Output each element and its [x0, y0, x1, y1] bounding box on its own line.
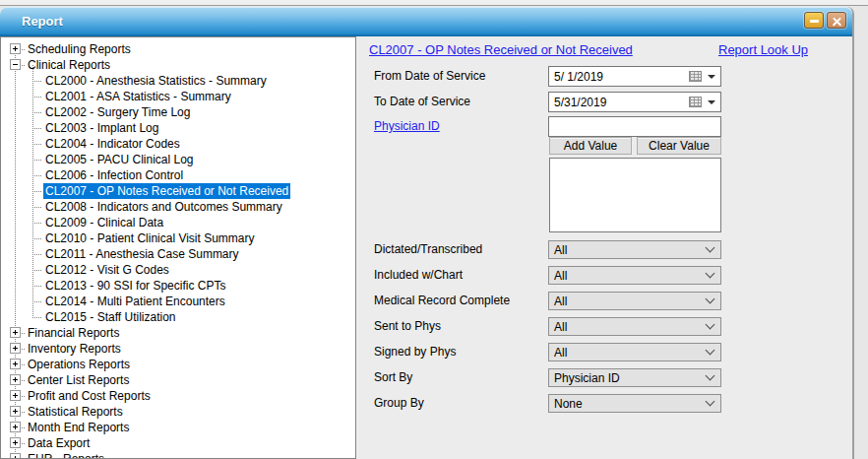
- tree-item[interactable]: CL2007 - OP Notes Received or Not Receiv…: [1, 183, 355, 199]
- tree-item-label[interactable]: EHR - Reports: [26, 451, 106, 459]
- filter-dropdown[interactable]: Physician ID: [548, 368, 721, 387]
- tree-item-label[interactable]: CL2004 - Indicator Codes: [43, 136, 182, 152]
- filter-row: Medical Record Complete All: [356, 292, 852, 310]
- chevron-down-icon: [706, 295, 715, 304]
- tree-item-label[interactable]: CL2002 - Surgery Time Log: [43, 104, 192, 120]
- filter-label: Dictated/Transcribed: [374, 240, 482, 259]
- report-tree[interactable]: Scheduling Reports Clinical Reports CL20…: [0, 36, 356, 459]
- physician-id-input[interactable]: [548, 116, 721, 137]
- tree-expand-toggle-icon[interactable]: [10, 359, 21, 369]
- tree-item[interactable]: CL2009 - Clinical Data: [1, 215, 355, 230]
- add-value-button[interactable]: Add Value: [549, 137, 632, 155]
- outer-background-strip: [0, 0, 868, 6]
- filter-row: Included w/Chart All: [356, 266, 852, 285]
- dropdown-arrow-icon[interactable]: [708, 100, 715, 104]
- tree-item-label[interactable]: CL2009 - Clinical Data: [43, 215, 165, 230]
- tree-item[interactable]: CL2010 - Patient Clinical Visit Summary: [1, 230, 355, 246]
- chevron-down-icon: [706, 371, 715, 381]
- filter-dropdown[interactable]: All: [548, 343, 721, 361]
- tree-expand-toggle-icon[interactable]: [10, 59, 21, 70]
- tree-item[interactable]: Scheduling Reports: [1, 41, 355, 57]
- tree-item-label[interactable]: Operations Reports: [26, 357, 132, 372]
- tree-item[interactable]: CL2013 - 90 SSI for Specific CPTs: [1, 278, 355, 294]
- from-date-picker[interactable]: 5/ 1/2019: [548, 66, 721, 87]
- tree-expand-toggle-icon[interactable]: [10, 406, 21, 417]
- tree-item[interactable]: CL2003 - Implant Log: [1, 120, 355, 136]
- tree-item[interactable]: EHR - Reports: [1, 451, 355, 459]
- tree-item[interactable]: CL2004 - Indicator Codes: [1, 136, 355, 152]
- tree-item[interactable]: Inventory Reports: [1, 341, 355, 357]
- tree-item[interactable]: CL2014 - Multi Patient Encounters: [1, 294, 355, 309]
- tree-item-label[interactable]: Statistical Reports: [26, 404, 125, 420]
- calendar-icon[interactable]: [689, 97, 702, 107]
- tree-item[interactable]: Profit and Cost Reports: [1, 388, 355, 404]
- tree-item[interactable]: Statistical Reports: [1, 404, 355, 420]
- tree-expand-toggle-icon[interactable]: [10, 374, 21, 385]
- tree-item-label[interactable]: Scheduling Reports: [26, 41, 133, 57]
- filter-dropdown[interactable]: All: [548, 266, 721, 285]
- tree-expand-toggle-icon[interactable]: [10, 453, 21, 459]
- filter-dropdown[interactable]: All: [548, 292, 721, 310]
- tree-item-label[interactable]: Month End Reports: [26, 420, 131, 435]
- tree-item-label[interactable]: CL2015 - Staff Utilization: [43, 309, 178, 325]
- close-icon: [832, 16, 842, 27]
- to-date-picker[interactable]: 5/31/2019: [548, 92, 721, 112]
- tree-item[interactable]: Data Export: [1, 435, 355, 451]
- tree-item[interactable]: Center List Reports: [1, 372, 355, 388]
- tree-item[interactable]: CL2005 - PACU Clinical Log: [1, 152, 355, 167]
- tree-item-label[interactable]: CL2011 - Anesthesia Case Summary: [43, 246, 241, 262]
- tree-item-label[interactable]: Clinical Reports: [26, 57, 112, 73]
- report-lookup-link[interactable]: Report Look Up: [718, 42, 808, 57]
- tree-item[interactable]: CL2002 - Surgery Time Log: [1, 104, 355, 120]
- tree-item[interactable]: Financial Reports: [1, 325, 355, 341]
- tree-item-label[interactable]: CL2003 - Implant Log: [43, 120, 160, 136]
- close-button[interactable]: [827, 12, 846, 29]
- filter-dropdown-value: All: [554, 320, 567, 334]
- tree-item-label[interactable]: CL2006 - Infection Control: [43, 167, 185, 183]
- tree-item-label[interactable]: Inventory Reports: [26, 341, 123, 357]
- tree-expand-toggle-icon[interactable]: [10, 422, 21, 432]
- tree-item-label[interactable]: CL2007 - OP Notes Received or Not Receiv…: [43, 183, 290, 199]
- filter-dropdown-value: Physician ID: [554, 371, 620, 385]
- tree-item-label[interactable]: CL2008 - Indicators and Outcomes Summary: [43, 199, 284, 215]
- physician-id-listbox[interactable]: [549, 158, 721, 232]
- to-date-value[interactable]: 5/31/2019: [554, 96, 689, 109]
- tree-item[interactable]: Clinical Reports: [1, 57, 355, 73]
- tree-expand-toggle-icon[interactable]: [10, 327, 21, 338]
- tree-item[interactable]: CL2006 - Infection Control: [1, 167, 355, 183]
- tree-item-label[interactable]: CL2005 - PACU Clinical Log: [43, 152, 196, 167]
- tree-item-label[interactable]: Data Export: [26, 435, 92, 451]
- minimize-button[interactable]: [804, 12, 824, 29]
- tree-item-label[interactable]: Profit and Cost Reports: [26, 388, 153, 404]
- tree-item[interactable]: CL2001 - ASA Statistics - Summary: [1, 89, 355, 104]
- filter-dropdown[interactable]: None: [548, 394, 721, 413]
- dropdown-arrow-icon[interactable]: [708, 75, 715, 79]
- physician-id-link[interactable]: Physician ID: [374, 116, 440, 137]
- tree-item[interactable]: CL2008 - Indicators and Outcomes Summary: [1, 199, 355, 215]
- filter-dropdown[interactable]: All: [548, 317, 721, 336]
- from-date-value[interactable]: 5/ 1/2019: [554, 70, 689, 84]
- tree-item-label[interactable]: Financial Reports: [26, 325, 121, 341]
- tree-item[interactable]: Month End Reports: [1, 420, 355, 435]
- tree-item-label[interactable]: CL2013 - 90 SSI for Specific CPTs: [43, 278, 227, 294]
- filter-dropdown[interactable]: All: [548, 240, 721, 259]
- tree-item[interactable]: CL2012 - Visit G Codes: [1, 262, 355, 278]
- clear-value-button[interactable]: Clear Value: [637, 137, 721, 155]
- tree-item[interactable]: CL2011 - Anesthesia Case Summary: [1, 246, 355, 262]
- tree-expand-toggle-icon[interactable]: [10, 343, 21, 354]
- tree-item-label[interactable]: CL2014 - Multi Patient Encounters: [43, 294, 227, 309]
- window-title-bar[interactable]: Report: [0, 7, 852, 36]
- tree-item-label[interactable]: Center List Reports: [26, 372, 131, 388]
- tree-expand-toggle-icon[interactable]: [10, 390, 21, 401]
- tree-item[interactable]: CL2000 - Anesthesia Statistics - Summary: [1, 73, 355, 89]
- tree-item[interactable]: Operations Reports: [1, 357, 355, 372]
- report-title-link[interactable]: CL2007 - OP Notes Received or Not Receiv…: [369, 42, 633, 57]
- tree-expand-toggle-icon[interactable]: [10, 43, 21, 54]
- tree-item-label[interactable]: CL2000 - Anesthesia Statistics - Summary: [43, 73, 269, 89]
- calendar-icon[interactable]: [689, 71, 702, 82]
- tree-item-label[interactable]: CL2001 - ASA Statistics - Summary: [43, 89, 233, 104]
- tree-item-label[interactable]: CL2010 - Patient Clinical Visit Summary: [43, 230, 257, 246]
- tree-item[interactable]: CL2015 - Staff Utilization: [1, 309, 355, 325]
- tree-item-label[interactable]: CL2012 - Visit G Codes: [43, 262, 171, 278]
- tree-expand-toggle-icon[interactable]: [10, 437, 21, 448]
